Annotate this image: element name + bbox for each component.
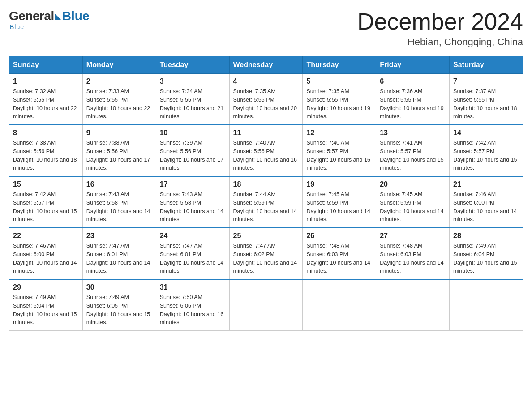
calendar-week-2: 8 Sunrise: 7:38 AM Sunset: 5:56 PM Dayli…: [9, 125, 523, 176]
table-row: 28 Sunrise: 7:49 AM Sunset: 6:04 PM Dayl…: [450, 228, 523, 279]
day-info: Sunrise: 7:40 AM Sunset: 5:57 PM Dayligh…: [306, 139, 372, 172]
day-info: Sunrise: 7:47 AM Sunset: 6:02 PM Dayligh…: [233, 242, 299, 275]
col-sunday: Sunday: [9, 56, 83, 74]
calendar-week-1: 1 Sunrise: 7:32 AM Sunset: 5:55 PM Dayli…: [9, 74, 523, 125]
day-number: 1: [13, 77, 79, 86]
table-row: 31 Sunrise: 7:50 AM Sunset: 6:06 PM Dayl…: [156, 279, 229, 331]
day-number: 3: [160, 77, 226, 86]
day-info: Sunrise: 7:45 AM Sunset: 5:59 PM Dayligh…: [380, 190, 446, 224]
day-info: Sunrise: 7:41 AM Sunset: 5:57 PM Dayligh…: [380, 139, 446, 172]
day-info: Sunrise: 7:37 AM Sunset: 5:55 PM Dayligh…: [453, 87, 519, 121]
table-row: [376, 279, 450, 331]
calendar-header-row: Sunday Monday Tuesday Wednesday Thursday…: [9, 56, 523, 74]
day-info: Sunrise: 7:48 AM Sunset: 6:03 PM Dayligh…: [380, 242, 446, 275]
table-row: 4 Sunrise: 7:35 AM Sunset: 5:55 PM Dayli…: [229, 74, 303, 125]
day-info: Sunrise: 7:33 AM Sunset: 5:55 PM Dayligh…: [86, 87, 152, 121]
table-row: 17 Sunrise: 7:43 AM Sunset: 5:58 PM Dayl…: [156, 176, 229, 228]
col-saturday: Saturday: [450, 56, 523, 74]
table-row: 30 Sunrise: 7:49 AM Sunset: 6:05 PM Dayl…: [82, 279, 156, 331]
day-info: Sunrise: 7:50 AM Sunset: 6:06 PM Dayligh…: [160, 293, 226, 327]
day-number: 9: [86, 129, 152, 137]
day-info: Sunrise: 7:38 AM Sunset: 5:56 PM Dayligh…: [86, 139, 152, 172]
logo-tagline: Blue: [10, 23, 24, 30]
calendar-table: Sunday Monday Tuesday Wednesday Thursday…: [9, 56, 523, 331]
day-info: Sunrise: 7:38 AM Sunset: 5:56 PM Dayligh…: [13, 139, 79, 172]
day-info: Sunrise: 7:44 AM Sunset: 5:59 PM Dayligh…: [233, 190, 299, 224]
day-info: Sunrise: 7:49 AM Sunset: 6:04 PM Dayligh…: [453, 242, 519, 275]
table-row: 21 Sunrise: 7:46 AM Sunset: 6:00 PM Dayl…: [450, 176, 523, 228]
table-row: 24 Sunrise: 7:47 AM Sunset: 6:01 PM Dayl…: [156, 228, 229, 279]
table-row: 6 Sunrise: 7:36 AM Sunset: 5:55 PM Dayli…: [376, 74, 450, 125]
logo: General Blue Blue: [9, 9, 89, 30]
logo-triangle-icon: [55, 14, 61, 20]
day-number: 23: [86, 232, 152, 240]
day-info: Sunrise: 7:42 AM Sunset: 5:57 PM Dayligh…: [13, 190, 79, 224]
table-row: 11 Sunrise: 7:40 AM Sunset: 5:56 PM Dayl…: [229, 125, 303, 176]
day-number: 19: [306, 180, 372, 188]
day-number: 22: [13, 232, 79, 240]
day-info: Sunrise: 7:39 AM Sunset: 5:56 PM Dayligh…: [160, 139, 226, 172]
day-number: 29: [13, 283, 79, 291]
day-info: Sunrise: 7:35 AM Sunset: 5:55 PM Dayligh…: [306, 87, 372, 121]
location-title: Hebian, Chongqing, China: [357, 36, 523, 48]
logo-blue-text: Blue: [62, 9, 90, 23]
table-row: 19 Sunrise: 7:45 AM Sunset: 5:59 PM Dayl…: [303, 176, 376, 228]
col-tuesday: Tuesday: [156, 56, 229, 74]
day-number: 11: [233, 129, 299, 137]
day-number: 4: [233, 77, 299, 86]
day-number: 25: [233, 232, 299, 240]
day-number: 16: [86, 180, 152, 188]
table-row: 13 Sunrise: 7:41 AM Sunset: 5:57 PM Dayl…: [376, 125, 450, 176]
col-monday: Monday: [82, 56, 156, 74]
day-number: 17: [160, 180, 226, 188]
table-row: 9 Sunrise: 7:38 AM Sunset: 5:56 PM Dayli…: [82, 125, 156, 176]
day-number: 12: [306, 129, 372, 137]
day-number: 26: [306, 232, 372, 240]
calendar-week-3: 15 Sunrise: 7:42 AM Sunset: 5:57 PM Dayl…: [9, 176, 523, 228]
table-row: 1 Sunrise: 7:32 AM Sunset: 5:55 PM Dayli…: [9, 74, 83, 125]
day-number: 28: [453, 232, 519, 240]
table-row: 5 Sunrise: 7:35 AM Sunset: 5:55 PM Dayli…: [303, 74, 376, 125]
table-row: 8 Sunrise: 7:38 AM Sunset: 5:56 PM Dayli…: [9, 125, 83, 176]
day-info: Sunrise: 7:35 AM Sunset: 5:55 PM Dayligh…: [233, 87, 299, 121]
day-info: Sunrise: 7:34 AM Sunset: 5:55 PM Dayligh…: [160, 87, 226, 121]
day-number: 15: [13, 180, 79, 188]
table-row: [229, 279, 303, 331]
day-number: 13: [380, 129, 446, 137]
day-info: Sunrise: 7:42 AM Sunset: 5:57 PM Dayligh…: [453, 139, 519, 172]
day-number: 7: [453, 77, 519, 86]
day-info: Sunrise: 7:49 AM Sunset: 6:04 PM Dayligh…: [13, 293, 79, 327]
table-row: 20 Sunrise: 7:45 AM Sunset: 5:59 PM Dayl…: [376, 176, 450, 228]
day-number: 21: [453, 180, 519, 188]
day-number: 20: [380, 180, 446, 188]
table-row: 15 Sunrise: 7:42 AM Sunset: 5:57 PM Dayl…: [9, 176, 83, 228]
day-info: Sunrise: 7:43 AM Sunset: 5:58 PM Dayligh…: [86, 190, 152, 224]
day-number: 8: [13, 129, 79, 137]
calendar-week-5: 29 Sunrise: 7:49 AM Sunset: 6:04 PM Dayl…: [9, 279, 523, 331]
table-row: 12 Sunrise: 7:40 AM Sunset: 5:57 PM Dayl…: [303, 125, 376, 176]
day-number: 31: [160, 283, 226, 291]
day-info: Sunrise: 7:49 AM Sunset: 6:05 PM Dayligh…: [86, 293, 152, 327]
table-row: 22 Sunrise: 7:46 AM Sunset: 6:00 PM Dayl…: [9, 228, 83, 279]
day-number: 5: [306, 77, 372, 86]
day-info: Sunrise: 7:45 AM Sunset: 5:59 PM Dayligh…: [306, 190, 372, 224]
table-row: 26 Sunrise: 7:48 AM Sunset: 6:03 PM Dayl…: [303, 228, 376, 279]
day-number: 2: [86, 77, 152, 86]
day-number: 18: [233, 180, 299, 188]
table-row: 16 Sunrise: 7:43 AM Sunset: 5:58 PM Dayl…: [82, 176, 156, 228]
calendar-week-4: 22 Sunrise: 7:46 AM Sunset: 6:00 PM Dayl…: [9, 228, 523, 279]
month-title: December 2024: [357, 9, 523, 34]
day-info: Sunrise: 7:47 AM Sunset: 6:01 PM Dayligh…: [160, 242, 226, 275]
table-row: 23 Sunrise: 7:47 AM Sunset: 6:01 PM Dayl…: [82, 228, 156, 279]
day-number: 27: [380, 232, 446, 240]
table-row: 3 Sunrise: 7:34 AM Sunset: 5:55 PM Dayli…: [156, 74, 229, 125]
table-row: [450, 279, 523, 331]
table-row: 29 Sunrise: 7:49 AM Sunset: 6:04 PM Dayl…: [9, 279, 83, 331]
col-thursday: Thursday: [303, 56, 376, 74]
day-info: Sunrise: 7:36 AM Sunset: 5:55 PM Dayligh…: [380, 87, 446, 121]
day-info: Sunrise: 7:46 AM Sunset: 6:00 PM Dayligh…: [13, 242, 79, 275]
table-row: [303, 279, 376, 331]
table-row: 14 Sunrise: 7:42 AM Sunset: 5:57 PM Dayl…: [450, 125, 523, 176]
table-row: 2 Sunrise: 7:33 AM Sunset: 5:55 PM Dayli…: [82, 74, 156, 125]
day-info: Sunrise: 7:46 AM Sunset: 6:00 PM Dayligh…: [453, 190, 519, 224]
